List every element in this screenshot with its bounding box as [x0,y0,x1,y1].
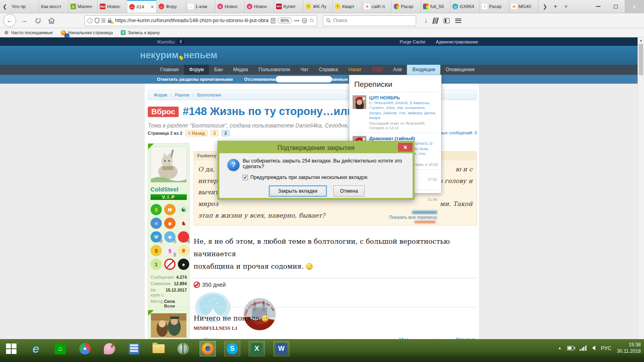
username[interactable]: ColdSteel [151,186,187,193]
cancel-button[interactable]: Отмена [333,185,365,197]
prev-page-button[interactable]: < Назад [185,130,208,136]
list-tabs-icon[interactable]: ˅ [561,4,571,10]
breadcrumb-link[interactable]: Форум [154,93,167,97]
close-button[interactable]: × [625,0,644,13]
show-all-conversations-link[interactable]: Показать всю переписку [389,215,437,220]
browser-tab[interactable]: full_56 [421,0,450,13]
browser-tab[interactable]: *Кварт [333,0,362,13]
dialog-close-button[interactable]: ✕ [398,143,413,152]
bookmark-home[interactable]: Начальная страница [61,30,113,35]
nav-item-бан[interactable]: Бан [209,65,228,75]
nav-item-сос[interactable]: СОС [367,65,388,75]
page-number[interactable]: 2 [221,130,229,136]
bookmark-doctor[interactable]: E Запись к врачу [121,30,160,35]
firefox-icon[interactable] [200,341,216,356]
browser-tab[interactable]: bМален [68,0,98,13]
lock-warning-icon[interactable] [107,18,113,23]
word-icon[interactable]: W [273,341,289,356]
minimize-button[interactable] [589,0,607,13]
browser-tab[interactable]: Ясайт п [362,0,392,13]
nav-item-входящие[interactable]: Входящие [407,65,440,75]
forum-search-input[interactable] [276,76,332,82]
sidebar-toggle-icon[interactable] [444,18,450,23]
zoom-level-badge[interactable]: 90% [277,17,292,24]
checkbox-icon[interactable]: ✔ [243,175,248,180]
admin-link[interactable]: Администрирование [436,39,478,44]
nav-item-справка[interactable]: Справка [314,65,343,75]
url-text[interactable]: https://ne-kurim.ru/forum/threads/148-zh… [115,18,269,23]
close-tabs-confirm-button[interactable]: Закрыть вкладки [269,185,327,197]
thread-prefix-badge[interactable]: Вброс [148,107,179,117]
nav-item-форум[interactable]: Форум [184,65,209,75]
volume-icon[interactable] [592,346,595,350]
browser-tab[interactable]: aНовос [245,0,274,13]
excel-icon[interactable]: X [249,341,265,356]
breadcrumb-link[interactable]: Разное [175,93,189,97]
nav-item-чат[interactable]: Чат [295,65,314,75]
address-bar[interactable]: i https://ne-kurim.ru/forum/threads/148-… [85,15,317,26]
browser-tab[interactable]: aНовос [215,0,245,13]
nav-item-главная[interactable]: Главная [155,65,184,75]
tab-close-icon[interactable]: ✕ [151,4,154,10]
windows-store-icon[interactable]: ⌂ [52,341,68,356]
page-info-icon[interactable]: i [87,18,93,23]
new-tab-button[interactable]: + [551,3,560,10]
conversation-item[interactable]: ЦУП НОЯБРЬС: ЯНаталИЯ, DmitriS, E-kateri… [349,92,441,133]
page-scrollbar[interactable]: ▲ [638,37,644,339]
scrollbar-thumb[interactable] [639,44,643,75]
forward-button[interactable]: → [19,15,30,26]
site-logo[interactable]: некуримнепьем [140,50,217,61]
tab-scroll-right-icon[interactable]: ❯ [540,4,550,10]
browser-tab[interactable]: Раскр [392,0,421,13]
library-icon[interactable] [432,18,438,24]
warn-checkbox-row[interactable]: ✔ Предупреждать при закрытии нескольких … [243,175,406,180]
browser-tab[interactable]: /Раскр [480,0,509,13]
paint-icon[interactable] [101,341,118,356]
globe-browser-icon[interactable] [175,341,191,356]
browser-tab[interactable]: ⌂1-ком [186,0,215,13]
browser-tab[interactable]: MMG40 [509,0,539,13]
page-number[interactable]: 1 [211,130,219,136]
complaints-label[interactable]: Жалобы: [157,39,175,44]
skype-icon[interactable]: S [224,341,240,356]
browser-tab[interactable]: —#14✕ [127,0,157,13]
avatar[interactable] [151,313,187,338]
nav-item-пользователи[interactable]: Пользователи [253,65,295,75]
pocket-icon[interactable] [302,18,307,23]
clock[interactable]: 15:38 30.11.2018 [617,341,641,354]
browser-tab[interactable]: Как восст [39,0,68,13]
browser-tab[interactable]: RUНовос [98,0,127,13]
network-signal-icon[interactable] [580,346,586,351]
restore-button[interactable] [607,0,625,13]
downloads-icon[interactable]: ↓ [424,17,427,24]
bookmark-star-icon[interactable]: ☆ [309,17,314,24]
subnav-link[interactable]: Отметить разделы прочитанными [157,77,233,82]
permissions-icon[interactable] [101,18,105,23]
bookmark-frequent[interactable]: Часто посещаемые [4,30,53,35]
admin-link[interactable]: Purge Cache [400,39,425,44]
search-bar[interactable]: Поиск [323,15,416,26]
avatar[interactable] [151,146,187,183]
language-indicator[interactable]: РУС [601,345,611,351]
back-button[interactable]: ← [3,14,16,27]
browser-tab[interactable]: *ЖК Лу [303,0,333,13]
file-explorer-icon[interactable] [151,341,167,356]
home-button[interactable] [46,15,57,26]
nav-item-медиа[interactable]: Медиа [228,65,253,75]
tray-expand-icon[interactable]: ▲ [558,346,561,350]
page-actions-icon[interactable]: ••• [294,19,300,23]
chrome-icon[interactable] [77,341,93,356]
browser-tab[interactable]: —Фору [157,0,186,13]
conversation-title[interactable]: Дракониат (тайный) [369,136,438,141]
reload-button[interactable] [32,15,43,26]
browser-tab[interactable]: Что пр [10,0,39,13]
nav-item-накат[interactable]: Накат [343,65,367,75]
conversation-title[interactable]: ЦУП НОЯБРЬ [369,95,438,100]
tab-scroll-left-icon[interactable]: ❮ [0,0,10,13]
tracking-shield-icon[interactable] [95,18,99,23]
scrollbar-up-icon[interactable]: ▲ [638,37,644,42]
internet-explorer-icon[interactable]: e [28,341,44,356]
nav-item-але[interactable]: Але [388,65,407,75]
calculator-icon[interactable] [126,341,142,356]
browser-tab[interactable]: NDVКупит [274,0,303,13]
